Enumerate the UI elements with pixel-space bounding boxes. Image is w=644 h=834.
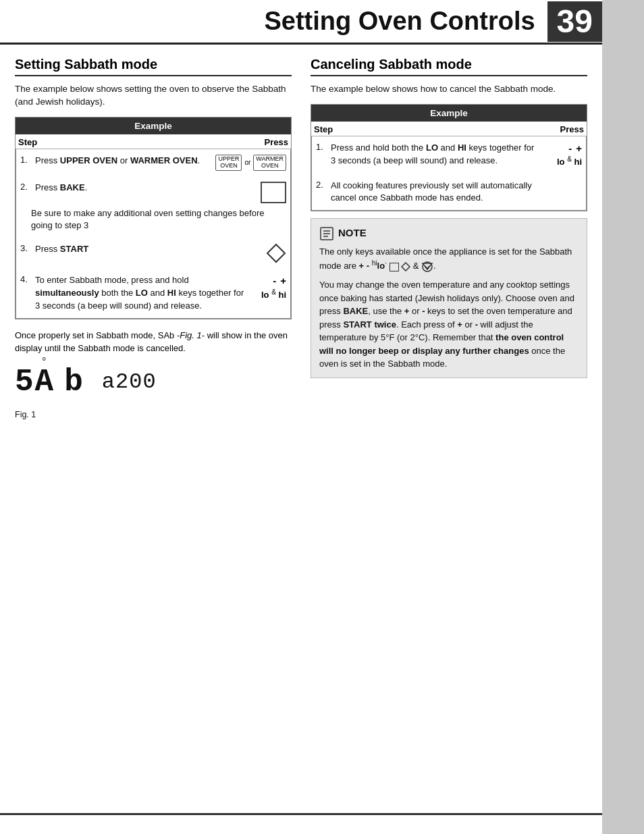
warmer-oven-btn: WARMEROVEN (253, 155, 286, 171)
sabbath-display-area: Once properly set in Sabbath mode, SAb -… (15, 329, 292, 421)
note-line-2: You may change the oven temperature and … (319, 278, 579, 371)
cancel-step-2-num: 2. (316, 180, 331, 190)
setting-sabbath-heading: Setting Sabbath mode (15, 57, 292, 76)
oven-btn-row: UPPEROVEN or WARMEROVEN (215, 155, 286, 171)
display-description: Once properly set in Sabbath mode, SAb -… (15, 329, 292, 355)
note-box: NOTE The only keys available once the ap… (311, 218, 587, 377)
note-list-icon (319, 226, 334, 241)
fig-label: Fig. 1 (15, 409, 292, 421)
setting-step-4: 4. To enter Sabbath mode, press and hold… (16, 269, 290, 318)
canceling-steps-body: 1. Press and hold both the LO and HI key… (311, 136, 587, 211)
canceling-step-2: 2. All cooking features previously set w… (312, 174, 586, 211)
cancel-step-2-content: All cooking features previously set will… (331, 180, 541, 205)
step-3-press (246, 243, 286, 263)
oven-or: or (244, 159, 250, 167)
canceling-example-table: Example Step Press 1. Press and hold bot… (311, 104, 587, 211)
step-3-num: 3. (20, 243, 35, 253)
bottom-border (0, 813, 602, 815)
step-3-content: Press START (35, 243, 246, 256)
setting-sabbath-intro: The example below shows setting the oven… (15, 83, 292, 109)
svg-marker-5 (402, 263, 410, 271)
canceling-sabbath-intro: The example below shows how to cancel th… (311, 83, 587, 96)
step-2-note: Be sure to make any additional oven sett… (31, 207, 286, 233)
cancel-minus: - (568, 142, 572, 155)
cancel-press-col: Press (560, 124, 584, 134)
cancel-lo-hi-label: lo & hi (557, 155, 582, 168)
cancel-plus: + (576, 142, 582, 155)
small-square-icon (390, 263, 399, 271)
page-number: 39 (547, 1, 602, 42)
canceling-sabbath-section: Canceling Sabbath mode The example below… (311, 57, 587, 425)
cancel-step-1-content: Press and hold both the LO and HI keys t… (331, 142, 541, 167)
step-2-press (246, 182, 286, 203)
step-4-press: - + lo & hi (246, 274, 286, 301)
canceling-sabbath-heading: Canceling Sabbath mode (311, 57, 587, 76)
note-title: NOTE (319, 226, 579, 241)
lo-hi-icon: - + lo & hi (261, 274, 286, 301)
setting-steps-body: 1. Press UPPER OVEN or WARMER OVEN. UPPE… (16, 149, 291, 319)
cancel-step-col: Step (314, 124, 333, 134)
lo-hi-label: lo & hi (261, 288, 286, 301)
two-column-layout: Setting Sabbath mode The example below s… (15, 57, 587, 425)
cancel-step-1-num: 1. (316, 142, 331, 152)
setting-example-header: Example (16, 118, 291, 134)
setting-step-1: 1. Press UPPER OVEN or WARMER OVEN. UPPE… (16, 149, 290, 176)
sidebar-strip (602, 0, 644, 834)
main-content: Setting Sabbath mode The example below s… (0, 45, 602, 446)
cancel-lo-hi-icon: - + lo & hi (557, 142, 582, 169)
sab-display: 5A°b a200 (15, 359, 292, 406)
cancel-step-1-press: - + lo & hi (541, 142, 582, 169)
step-col-label: Step (18, 137, 37, 147)
setting-sabbath-section: Setting Sabbath mode The example below s… (15, 57, 292, 425)
sab-text: 5A°b (15, 359, 84, 406)
page-title: Setting Oven Controls (0, 0, 547, 43)
step-1-content: Press UPPER OVEN or WARMER OVEN. (35, 155, 210, 167)
minus-plus-symbols: - + (273, 274, 286, 288)
minus-symbol: - (273, 274, 276, 288)
note-content: The only keys available once the applian… (319, 245, 579, 371)
step-4-num: 4. (20, 274, 35, 284)
setting-example-table: Example Step Press 1. Press UPPER OVEN o… (15, 117, 292, 319)
canceling-subheader: Step Press (311, 122, 587, 136)
oven-buttons-icon: UPPEROVEN or WARMEROVEN (215, 155, 286, 171)
display-temp: a200 (102, 366, 157, 398)
setting-step-3: 3. Press START (16, 238, 290, 269)
page-header: Setting Oven Controls 39 (0, 0, 602, 45)
step-1-num: 1. (20, 155, 35, 165)
cancel-minus-plus: - + (568, 142, 582, 155)
plus-symbol: + (280, 274, 286, 288)
press-col-label: Press (265, 137, 288, 147)
upper-oven-btn: UPPEROVEN (215, 155, 242, 171)
small-down-chevron-icon (421, 261, 433, 273)
setting-step-2: 2. Press BAKE. (16, 176, 290, 205)
setting-subheader: Step Press (16, 134, 291, 149)
step-2-num: 2. (20, 182, 35, 192)
step-2-content: Press BAKE. (35, 182, 246, 194)
bake-icon (261, 182, 286, 203)
canceling-example-header: Example (311, 105, 587, 122)
canceling-step-1: 1. Press and hold both the LO and HI key… (312, 136, 586, 174)
start-diamond-icon (266, 243, 286, 263)
step-4-content: To enter Sabbath mode, press and hold si… (35, 274, 246, 313)
note-label: NOTE (338, 226, 367, 241)
step-1-press: UPPEROVEN or WARMEROVEN (210, 155, 286, 171)
svg-marker-0 (267, 244, 285, 262)
note-line-1: The only keys available once the applian… (319, 245, 579, 273)
small-diamond-icon (401, 262, 410, 271)
